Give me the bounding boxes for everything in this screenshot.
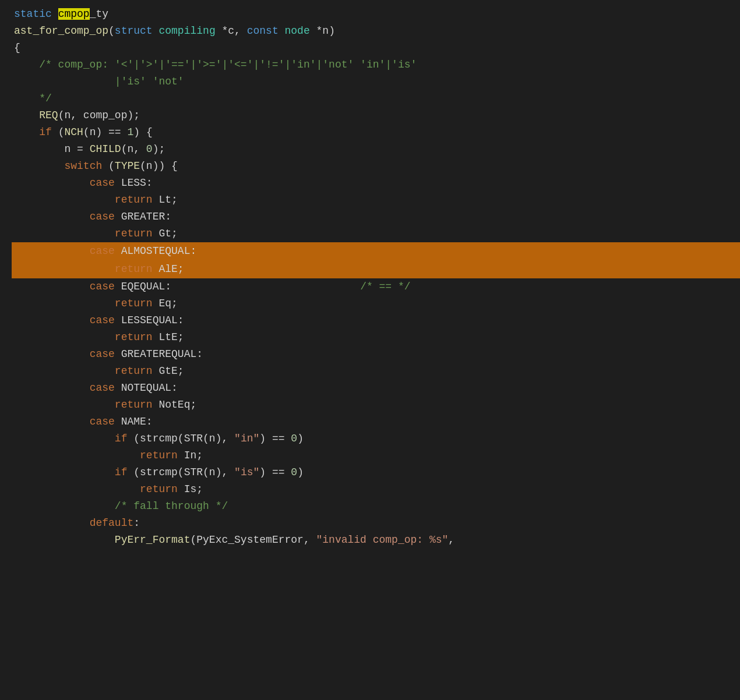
token-comment-1: /* comp_op: '<'|'>'|'=='|'>='|'<='|'!='|… [14,59,417,70]
code-line-18: return Eq; [12,295,740,312]
token-compiling: compiling [158,25,215,37]
token-switch-paren: ( [102,160,115,172]
code-line-16-selected: return AlE; [12,260,740,278]
token-eq-0-2: ) == [259,466,291,478]
code-line-23: case NOTEQUAL: [12,380,740,397]
token-in: In; [178,450,203,461]
token-indent-20 [14,433,115,444]
code-line-21: case GREATEREQUAL: [12,346,740,363]
token-eq: Eq; [153,298,178,309]
token-case-name-kw: case [90,416,115,427]
token-gt: Gt; [153,228,178,239]
token-is: Is; [178,483,203,495]
code-line-9: n = CHILD(n, 0); [12,141,740,158]
code-line-6: */ [12,90,740,107]
token-struct: struct [115,25,159,37]
token-case-greaterequal-label: GREATEREQUAL: [115,348,203,360]
token-case-less-label: LESS: [115,177,153,189]
token-indent-13 [14,314,90,326]
token-return-lte: return [115,331,153,343]
token-return-ale: return [115,263,153,275]
code-line-1: static cmpop_ty [12,6,740,23]
token-indent-2 [14,126,39,138]
code-line-13: case GREATER: [12,208,740,225]
token-child-close: ); [153,143,165,155]
token-case-notequal-label: NOTEQUAL: [115,382,178,394]
token-ale: AlE; [153,263,184,275]
token-paren-strcmp-2: (strcmp(STR(n), [127,466,234,478]
token-if-paren: ( [52,126,65,138]
code-line-3: { [12,40,740,56]
code-line-2: ast_for_comp_op(struct compiling *c, con… [12,23,740,40]
token-return-noteq: return [115,399,153,411]
token-underscore-ty: _ty [90,8,108,20]
token-case-greaterequal-kw: case [90,348,115,360]
code-viewer: static cmpop_ty ast_for_comp_op(struct c… [0,0,740,554]
token-funcname: ast_for_comp_op [14,25,108,37]
token-case-greater-kw: case [90,211,115,222]
token-const: const [247,25,285,37]
token-return-lt: return [115,194,153,206]
code-line-24: return NotEq; [12,397,740,413]
token-indent-15 [14,348,90,360]
token-brace-open: { [14,42,20,54]
token-default: default [90,517,134,529]
token-number-0: 0 [146,143,153,155]
token-child: CHILD [90,143,121,155]
token-indent-6 [14,194,115,206]
token-indent-25 [14,517,90,529]
token-comment-fall: /* fall through */ [115,500,228,512]
token-type: TYPE [115,160,140,172]
token-indent-8 [14,228,115,239]
token-return-eq: return [115,298,153,309]
token-if-2: if [115,433,128,444]
token-indent-24 [14,500,115,512]
token-indent-10 [14,263,115,275]
token-indent-26 [14,534,115,546]
token-comment-2: |'is' 'not' [14,76,184,87]
code-line-29: return Is; [12,481,740,498]
token-paren-strcmp-1: (strcmp(STR(n), [127,433,234,444]
token-noteq: NotEq; [153,399,197,411]
token-indent-1 [14,109,39,121]
token-lte: LtE; [153,331,184,343]
token-indent-16 [14,365,115,377]
code-line-8: if (NCH(n) == 1) { [12,124,740,141]
code-line-31: default: [12,515,740,532]
code-line-17: case EQEQUAL: /* == */ [12,278,740,295]
token-indent-11 [14,281,90,292]
token-string-in: "in" [234,433,259,444]
token-indent-21 [14,450,140,461]
token-indent-3: n = [14,143,90,155]
token-string-is: "is" [234,466,259,478]
token-indent-4 [14,160,64,172]
code-line-7: REQ(n, comp_op); [12,107,740,124]
token-indent-7 [14,211,90,222]
token-pyerr-comma: , [448,534,454,546]
token-return-gte: return [115,365,153,377]
token-num-0-2: 0 [291,466,297,478]
code-line-14: return Gt; [12,225,740,242]
token-case-lessequal-label: LESSEQUAL: [115,314,184,326]
token-lt: Lt; [153,194,178,206]
code-line-5: |'is' 'not' [12,73,740,90]
code-line-15-selected: case ALMOSTEQUAL: [12,242,740,260]
code-line-27: return In; [12,447,740,464]
token-eq-0-1: ) == [259,433,291,444]
token-indent-9 [14,245,90,257]
token-case-lessequal-kw: case [90,314,115,326]
code-line-11: case LESS: [12,175,740,192]
token-if: if [39,126,52,138]
token-pyerr-paren-open: (PyExc_SystemError, [190,534,316,546]
token-static: static [14,8,58,20]
token-type-args: (n)) { [140,160,178,172]
token-indent-17 [14,382,90,394]
token-case-almost-label: ALMOSTEQUAL: [115,245,196,257]
token-indent-18 [14,399,115,411]
token-case-less-kw: case [90,177,115,189]
code-line-25: case NAME: [12,413,740,430]
code-line-30: /* fall through */ [12,498,740,515]
code-line-22: return GtE; [12,363,740,380]
token-case-eqequal-label: EQEQUAL: [115,281,171,292]
token-indent-19 [14,416,90,427]
